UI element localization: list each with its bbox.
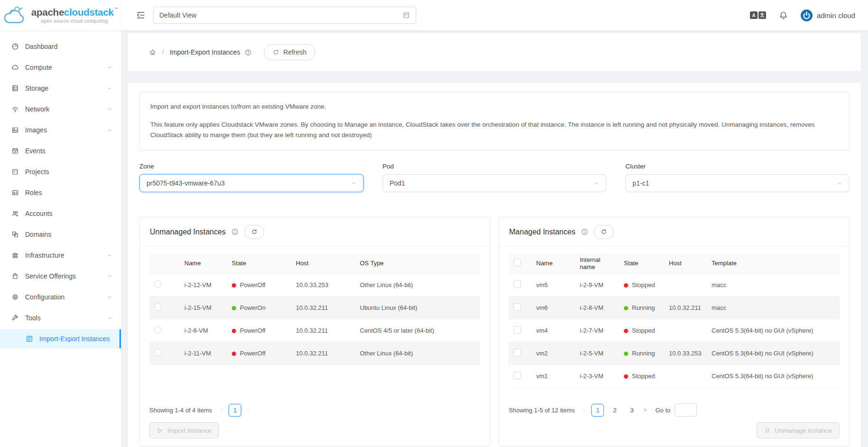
sidebar-item-label: Service Offerings — [25, 272, 101, 280]
sidebar-item-events[interactable]: Events — [0, 141, 121, 160]
sidebar-item-projects[interactable]: Projects — [0, 162, 121, 181]
import-instance-button[interactable]: Import Instance — [149, 422, 219, 438]
chevron-down-icon — [107, 253, 112, 258]
sidebar-item-label: Compute — [25, 64, 101, 71]
reload-icon — [601, 229, 607, 235]
table-row: i-2-12-VMPowerOff10.0.33.253Other Linux … — [149, 273, 480, 296]
sidebar-item-images[interactable]: Images — [0, 121, 121, 140]
sidebar-item-network[interactable]: Network — [0, 100, 121, 119]
zone-label: Zone — [139, 163, 364, 170]
table-row: vm5i-2-9-VMStoppedmacc — [509, 273, 840, 296]
status-dot — [232, 283, 236, 288]
status-dot — [624, 352, 628, 356]
row-select-cell — [509, 319, 531, 342]
bank-icon — [11, 251, 19, 259]
breadcrumb-current: Import-Export Instances — [170, 48, 240, 56]
swap-icon — [26, 335, 33, 343]
user-menu[interactable]: admin cloud — [801, 9, 855, 21]
sidebar-item-dashboard[interactable]: Dashboard — [0, 37, 121, 56]
cell-host — [664, 364, 707, 387]
reload-icon — [273, 49, 279, 56]
managed-pagination: Showing 1-5 of 12 items123Go to — [504, 403, 844, 417]
refresh-button[interactable]: Refresh — [264, 44, 315, 60]
pagination-page-2[interactable]: 2 — [608, 404, 621, 417]
table-row: i-2-6-VMPowerOff10.0.32.211CentOS 4/5 or… — [149, 319, 480, 342]
select-all-checkbox[interactable] — [513, 259, 521, 266]
pagination-next-icon — [246, 408, 251, 413]
row-checkbox[interactable] — [513, 372, 521, 379]
unmanaged-refresh-button[interactable] — [244, 225, 264, 239]
chevron-down-icon — [107, 295, 112, 300]
help-question-icon[interactable] — [245, 49, 252, 56]
translation-icon[interactable]: A文 — [750, 11, 766, 19]
row-radio[interactable] — [154, 326, 162, 334]
sidebar-item-roles[interactable]: Roles — [0, 183, 121, 202]
pagination-next-icon[interactable] — [642, 407, 648, 413]
top-bar: apachecloudstack™ open source cloud comp… — [0, 0, 868, 30]
sidebar-item-import-export-instances[interactable]: Import-Export Instances — [0, 329, 121, 348]
menu-fold-icon[interactable] — [136, 10, 146, 20]
row-checkbox[interactable] — [513, 349, 521, 356]
brand-text: apachecloudstack™ open source cloud comp… — [31, 7, 118, 24]
chevron-down-icon — [107, 128, 112, 133]
row-checkbox[interactable] — [513, 326, 521, 334]
sidebar-item-label: Accounts — [25, 210, 112, 217]
column-header-os-type: OS Type — [355, 253, 480, 273]
pagination-page-1[interactable]: 1 — [591, 404, 604, 417]
brand-apache: apache — [31, 7, 64, 18]
row-checkbox[interactable] — [513, 303, 521, 311]
view-selector[interactable]: Default View — [153, 7, 416, 24]
table-row: vm6i-2-8-VMRunning10.0.32.211macc — [509, 296, 840, 319]
sidebar-item-configuration[interactable]: Configuration — [0, 288, 121, 307]
sidebar-item-storage[interactable]: Storage — [0, 79, 121, 98]
column-header-internal-name: Internal name — [575, 253, 619, 273]
cell-name: vm4 — [531, 319, 575, 342]
sidebar-item-label: Infrastructure — [25, 251, 101, 259]
pagination-page-1[interactable]: 1 — [228, 404, 241, 417]
cell-state: Stopped — [619, 364, 664, 387]
zone-select[interactable]: pr5075-t943-vmware-67u3 — [139, 174, 364, 192]
cell-os-type: Ubuntu Linux (64-bit) — [355, 296, 480, 319]
row-checkbox[interactable] — [513, 280, 521, 288]
cell-host: 10.0.32.211 — [664, 296, 707, 319]
cluster-select-value: p1-c1 — [632, 179, 649, 187]
row-radio[interactable] — [154, 303, 162, 311]
cell-host: 10.0.32.211 — [291, 296, 355, 319]
cluster-select[interactable]: p1-c1 — [625, 174, 850, 192]
row-select-cell — [149, 319, 180, 342]
cell-template: macc — [707, 296, 840, 319]
zone-filter: Zone pr5075-t943-vmware-67u3 — [139, 163, 364, 192]
database-icon — [11, 84, 19, 92]
scope-filters: Zone pr5075-t943-vmware-67u3 Pod Pod1 Cl… — [139, 163, 850, 192]
row-radio[interactable] — [154, 280, 162, 288]
sidebar-item-tools[interactable]: Tools — [0, 308, 121, 327]
pod-label: Pod — [383, 163, 607, 170]
sidebar-item-service-offerings[interactable]: Service Offerings — [0, 267, 121, 286]
app-logo[interactable]: apachecloudstack™ open source cloud comp… — [0, 0, 121, 30]
sidebar-item-domains[interactable]: Domains — [0, 225, 121, 244]
notifications-bell-icon[interactable] — [779, 11, 788, 20]
goto-page-input[interactable] — [675, 403, 697, 417]
unmanaged-panel-body: NameStateHostOS Typei-2-12-VMPowerOff10.… — [140, 247, 490, 446]
chevron-down-icon — [107, 86, 112, 91]
pagination-page-3[interactable]: 3 — [625, 404, 638, 417]
cell-host: 10.0.33.253 — [291, 273, 355, 296]
sidebar-item-label: Events — [25, 147, 112, 155]
pod-select-value: Pod1 — [390, 179, 405, 187]
unmanage-instance-button[interactable]: Unmanage Instance — [757, 422, 840, 438]
sidebar-item-label: Domains — [25, 231, 112, 238]
sidebar-item-infrastructure[interactable]: Infrastructure — [0, 246, 121, 265]
user-name: admin cloud — [817, 11, 855, 19]
home-icon[interactable] — [149, 48, 156, 56]
sidebar-item-accounts[interactable]: Accounts — [0, 204, 121, 223]
sidebar-item-compute[interactable]: Compute — [0, 58, 121, 77]
cell-state: Stopped — [619, 319, 664, 342]
description-line-2: This feature only applies Cloudstack VMw… — [150, 120, 839, 140]
cell-state: PowerOn — [227, 296, 291, 319]
cell-host: 10.0.32.211 — [291, 319, 355, 342]
table-row: i-2-15-VMPowerOn10.0.32.211Ubuntu Linux … — [149, 296, 480, 319]
row-radio[interactable] — [154, 349, 162, 356]
managed-refresh-button[interactable] — [594, 225, 614, 239]
shopping-icon — [11, 272, 19, 280]
pod-select[interactable]: Pod1 — [383, 174, 607, 192]
